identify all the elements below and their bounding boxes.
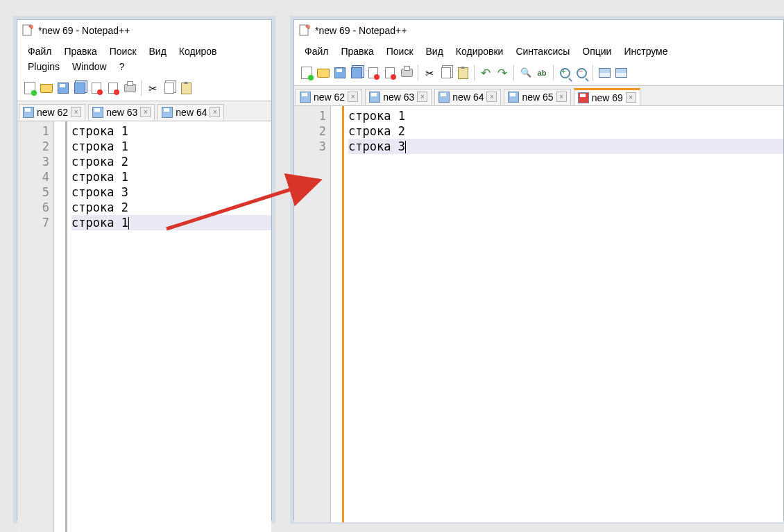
disk-icon	[369, 92, 380, 103]
text-cursor	[405, 141, 406, 153]
text-cursor	[128, 217, 129, 230]
code-line: строка 1	[71, 123, 271, 139]
menu-encoding[interactable]: Кодировки	[450, 44, 510, 59]
code-line: строка 1	[71, 215, 271, 230]
tab-new-62[interactable]: new 62×	[296, 89, 362, 105]
code-line: строка 2	[348, 123, 783, 139]
find-button[interactable]: 🔍	[518, 65, 533, 80]
close-button[interactable]	[366, 65, 381, 80]
tab-label: new 65	[522, 92, 553, 103]
menu-window[interactable]: Window	[66, 59, 113, 74]
close-tab-icon[interactable]: ×	[486, 92, 497, 102]
open-file-button[interactable]	[316, 65, 331, 80]
window-title: *new 69 - Notepad++	[38, 25, 130, 36]
undo-button[interactable]: ↶	[478, 65, 493, 80]
toolbar-separator	[593, 65, 593, 80]
close-tab-icon[interactable]: ×	[556, 92, 567, 102]
line-number: 3	[294, 139, 326, 154]
menu-view[interactable]: Вид	[143, 44, 173, 59]
document-tabs: new 62× new 63× new 64×	[17, 101, 271, 121]
title-bar[interactable]: *new 69 - Notepad++	[294, 20, 783, 41]
replace-button[interactable]: ab	[534, 65, 549, 80]
tab-new-62[interactable]: new 62×	[19, 104, 85, 120]
close-tab-icon[interactable]: ×	[140, 107, 151, 117]
close-tab-icon[interactable]: ×	[71, 107, 81, 117]
new-file-button[interactable]	[22, 80, 37, 96]
close-all-button[interactable]	[382, 65, 398, 80]
svg-point-1	[31, 25, 33, 28]
disk-icon	[438, 92, 450, 103]
code-area[interactable]: строка 1 строка 2 строка 3	[344, 106, 783, 522]
close-button[interactable]	[89, 80, 104, 96]
sync-v-button[interactable]	[597, 65, 612, 80]
menu-tools[interactable]: Инструме	[617, 44, 674, 59]
change-marker	[54, 121, 67, 532]
close-tab-icon[interactable]: ×	[417, 92, 427, 102]
menu-edit[interactable]: Правка	[58, 44, 103, 59]
disk-icon	[508, 92, 519, 103]
print-button[interactable]	[399, 65, 414, 80]
line-number: 4	[17, 169, 49, 185]
menu-options[interactable]: Опции	[576, 44, 617, 59]
redo-button[interactable]: ↷	[495, 65, 510, 80]
copy-button[interactable]	[162, 80, 177, 96]
disk-icon	[162, 107, 173, 118]
menu-search[interactable]: Поиск	[380, 44, 420, 59]
cut-button[interactable]: ✂	[422, 65, 437, 80]
code-area[interactable]: строка 1 строка 1 строка 2 строка 1 стро…	[67, 121, 271, 532]
app-icon	[298, 24, 311, 37]
close-all-button[interactable]	[105, 80, 121, 96]
print-button[interactable]	[122, 80, 137, 96]
tab-new-63[interactable]: new 63×	[88, 104, 155, 120]
document-tabs: new 62× new 63× new 64× new 65× new 69×	[294, 86, 783, 106]
zoom-out-button[interactable]	[574, 65, 589, 80]
tab-new-63[interactable]: new 63×	[365, 89, 432, 105]
tab-label: new 62	[314, 92, 345, 103]
close-tab-icon[interactable]: ×	[210, 107, 220, 117]
save-all-button[interactable]	[72, 80, 87, 96]
menu-encoding[interactable]: Кодиров	[173, 44, 223, 59]
tab-label: new 64	[452, 92, 484, 103]
tab-new-65[interactable]: new 65×	[504, 89, 570, 105]
disk-icon	[300, 92, 311, 103]
editor-area[interactable]: 1 2 3 строка 1 строка 2 строка 3	[294, 106, 783, 522]
tab-label: new 62	[37, 107, 68, 118]
tab-new-69[interactable]: new 69×	[574, 88, 640, 105]
menu-view[interactable]: Вид	[420, 44, 450, 59]
line-number: 5	[17, 185, 49, 200]
close-tab-icon[interactable]: ×	[626, 92, 636, 103]
line-number: 1	[294, 108, 326, 123]
editor-area[interactable]: 1 2 3 4 5 6 7 строка 1 строка 1 строка 2…	[17, 121, 271, 532]
menu-search[interactable]: Поиск	[103, 44, 143, 59]
paste-button[interactable]	[178, 80, 194, 96]
save-all-button[interactable]	[349, 65, 364, 80]
disk-icon	[92, 107, 103, 118]
title-bar[interactable]: *new 69 - Notepad++	[17, 20, 271, 41]
cut-button[interactable]: ✂	[145, 80, 160, 96]
menu-syntax[interactable]: Синтаксисы	[509, 44, 576, 59]
copy-button[interactable]	[438, 65, 454, 80]
menu-help[interactable]: ?	[113, 59, 131, 74]
menu-file[interactable]: Файл	[22, 44, 58, 59]
close-tab-icon[interactable]: ×	[348, 92, 358, 102]
tab-new-64[interactable]: new 64×	[157, 104, 224, 120]
open-file-button[interactable]	[39, 80, 54, 96]
new-file-button[interactable]	[299, 65, 314, 80]
menu-file[interactable]: Файл	[298, 44, 334, 59]
code-line: строка 3	[71, 185, 271, 200]
tab-new-64[interactable]: new 64×	[434, 89, 501, 105]
toolbar-separator	[553, 65, 554, 80]
menu-edit[interactable]: Правка	[334, 44, 380, 59]
save-button[interactable]	[332, 65, 348, 80]
sync-h-button[interactable]	[613, 65, 629, 80]
line-number: 3	[17, 154, 49, 169]
code-line: строка 2	[71, 200, 271, 215]
save-button[interactable]	[56, 80, 71, 96]
zoom-in-button[interactable]	[557, 65, 572, 80]
code-line: строка 1	[348, 108, 783, 123]
paste-button[interactable]	[455, 65, 470, 80]
change-marker	[331, 106, 344, 522]
code-line: строка 2	[71, 154, 271, 169]
tab-label: new 63	[383, 92, 414, 103]
menu-plugins[interactable]: Plugins	[22, 59, 66, 74]
